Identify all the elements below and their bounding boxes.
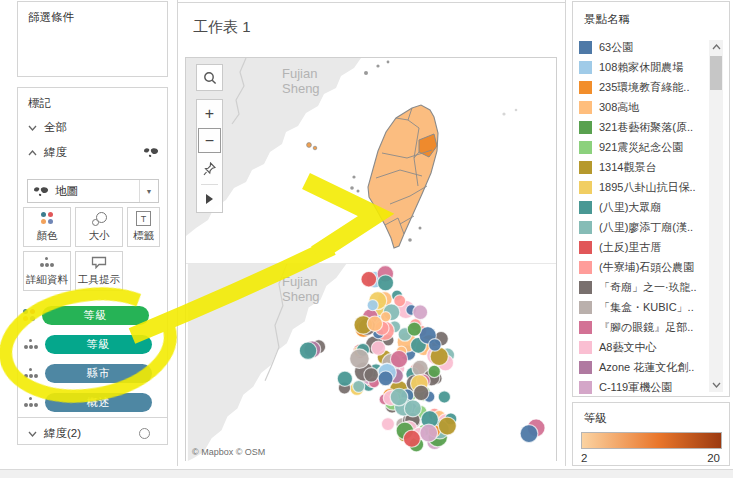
gradient-legend-card: 等級 2 20	[572, 402, 730, 466]
radio-circle-icon[interactable]	[139, 428, 150, 439]
map-data-point[interactable]	[367, 316, 382, 331]
legend-item[interactable]: 1895八卦山抗日保..	[579, 178, 696, 196]
legend-item-label: 1314觀景台	[599, 160, 656, 175]
legend-item[interactable]: (八里)廖添丁廟(漢..	[579, 218, 693, 236]
map-data-point[interactable]	[378, 275, 394, 291]
map-data-point[interactable]	[390, 388, 408, 406]
scroll-thumb[interactable]	[710, 56, 722, 90]
legend-item[interactable]: 『腳の眼鏡』足部..	[579, 318, 693, 336]
legend-item-label: Azone 花蓮文化創..	[599, 360, 694, 375]
pill-row: 縣市	[23, 363, 152, 383]
color-button-label: 顏色	[37, 229, 58, 243]
gradient-legend-title: 等級	[584, 411, 607, 426]
chevron-up-icon	[712, 44, 721, 50]
detail-button-label: 詳細資料	[26, 273, 68, 287]
marks-section-all[interactable]: 全部	[28, 120, 67, 135]
legend-item[interactable]: 235環境教育綠能..	[579, 78, 689, 96]
legend-item[interactable]: 921震災紀念公園	[579, 138, 683, 156]
map-data-point[interactable]	[438, 391, 450, 403]
legend-item[interactable]: (土反)里古厝	[579, 238, 661, 256]
region-label: Fujian Sheng	[282, 274, 320, 304]
map-panel-dots[interactable]: Fujian Sheng © Mapbox © OSM	[186, 263, 556, 461]
map-data-point[interactable]	[299, 342, 316, 359]
filters-card-title: 篩選條件	[28, 10, 74, 25]
legend-item[interactable]: (牛寮埔)石頭公農園	[579, 258, 694, 276]
map-data-point[interactable]	[381, 418, 394, 431]
status-strip	[0, 469, 733, 478]
legend-swatch	[579, 221, 592, 234]
field-pill[interactable]: 縣市	[45, 364, 152, 383]
legend-list: 63公園108賴家休閒農場235環境教育綠能..308高地321巷藝術聚落(原.…	[579, 38, 705, 394]
map-data-point[interactable]	[407, 322, 421, 336]
map-data-point[interactable]	[429, 339, 442, 352]
size-button-label: 大小	[89, 229, 110, 243]
zoom-in-button[interactable]: +	[197, 100, 222, 127]
color-button[interactable]: 顏色	[23, 207, 71, 247]
pin-button[interactable]	[197, 154, 222, 184]
field-pill[interactable]: 概述	[45, 393, 152, 412]
map-data-point[interactable]	[378, 371, 393, 386]
map-search-button[interactable]	[196, 64, 223, 91]
legend-swatch	[579, 381, 592, 394]
map-data-point[interactable]	[350, 349, 370, 369]
map-data-point[interactable]	[413, 305, 428, 320]
region-label: Fujian Sheng	[282, 66, 320, 96]
label-button[interactable]: T 標籤	[127, 207, 160, 247]
legend-item-label: 235環境教育綠能..	[599, 80, 689, 95]
map-data-point[interactable]	[337, 371, 352, 386]
tooltip-button[interactable]: 工具提示	[75, 251, 123, 291]
legend-item-label: 「集盒・KUBIC」..	[599, 300, 694, 315]
color-icon	[24, 208, 70, 229]
zoom-out-icon: −	[205, 132, 214, 150]
zoom-out-button[interactable]: −	[197, 127, 222, 154]
legend-item[interactable]: (八里)大眾廟	[579, 198, 661, 216]
map-data-point[interactable]	[361, 271, 377, 287]
map-data-point[interactable]	[364, 368, 379, 383]
map-data-point[interactable]	[413, 385, 428, 400]
map-data-point[interactable]	[367, 300, 378, 311]
legend-item[interactable]: 321巷藝術聚落(原..	[579, 118, 693, 136]
map-data-point[interactable]	[428, 365, 440, 377]
marks-section-latitude[interactable]: 緯度	[28, 145, 159, 160]
color-icon	[23, 309, 36, 322]
map-zoom-controls: + −	[196, 99, 223, 213]
legend-swatch	[579, 281, 592, 294]
tableau-window: 篩選條件 標記 全部 緯度 地圖 ▼ 顏色 大小	[0, 0, 733, 478]
legend-swatch	[579, 361, 592, 374]
legend-item[interactable]: 「奇廟」之一‧玖龍..	[579, 278, 697, 296]
legend-swatch	[579, 121, 592, 134]
filters-card: 篩選條件	[17, 1, 168, 77]
legend-item-label: 108賴家休閒農場	[599, 60, 683, 75]
map-data-point[interactable]	[438, 417, 456, 435]
legend-item[interactable]: 1314觀景台	[579, 158, 656, 176]
legend-item[interactable]: C-119軍機公園	[579, 378, 672, 394]
map-data-point[interactable]	[420, 424, 438, 442]
legend-item[interactable]: 「集盒・KUBIC」..	[579, 298, 694, 316]
detail-button[interactable]: 詳細資料	[23, 251, 71, 291]
map-data-point[interactable]	[403, 430, 420, 447]
legend-swatch	[579, 101, 592, 114]
legend-item[interactable]: 63公園	[579, 38, 633, 56]
map-panel-choropleth[interactable]: Fujian Sheng	[186, 58, 556, 260]
legend-item-label: 「奇廟」之一‧玖龍..	[599, 280, 697, 295]
expand-button[interactable]	[197, 185, 222, 212]
gradient-max-label: 20	[707, 452, 720, 464]
field-pill[interactable]: 等級	[45, 335, 152, 354]
legend-item[interactable]: A8藝文中心	[579, 338, 656, 356]
legend-item[interactable]: 308高地	[579, 98, 639, 116]
map-data-point[interactable]	[520, 425, 538, 443]
legend-scrollbar[interactable]	[709, 40, 723, 392]
field-pill[interactable]: 等級	[42, 306, 149, 325]
map-data-point[interactable]	[371, 341, 385, 355]
tooltip-button-label: 工具提示	[78, 273, 120, 287]
legend-swatch	[579, 301, 592, 314]
legend-swatch	[579, 241, 592, 254]
legend-item[interactable]: 108賴家休閒農場	[579, 58, 683, 76]
scroll-up-button[interactable]	[709, 40, 723, 54]
size-button[interactable]: 大小	[75, 207, 123, 247]
legend-item[interactable]: Azone 花蓮文化創..	[579, 358, 694, 376]
map-data-point[interactable]	[404, 400, 421, 417]
scroll-down-button[interactable]	[709, 378, 723, 392]
map-data-point[interactable]	[353, 380, 365, 392]
mark-type-dropdown[interactable]: 地圖 ▼	[27, 179, 159, 203]
